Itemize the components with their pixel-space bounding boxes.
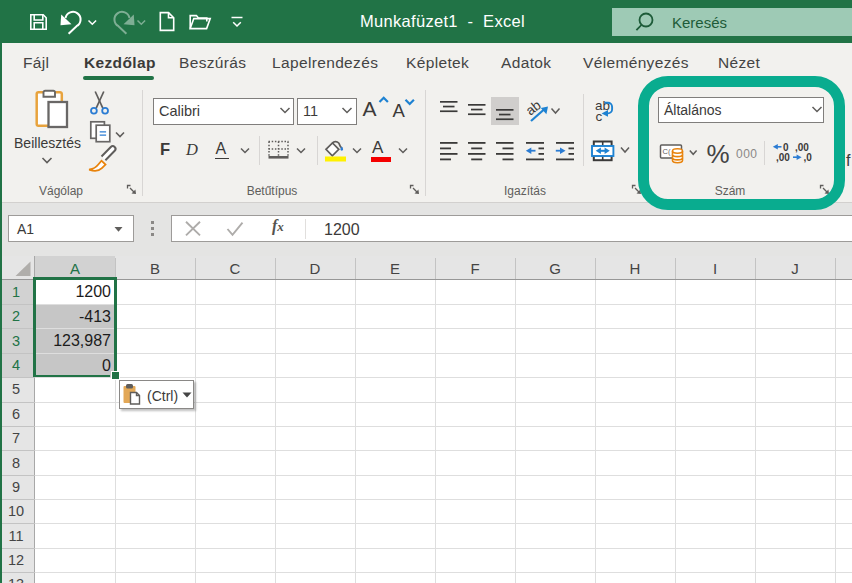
svg-text:c: c (596, 109, 603, 124)
svg-text:ab: ab (523, 97, 544, 118)
